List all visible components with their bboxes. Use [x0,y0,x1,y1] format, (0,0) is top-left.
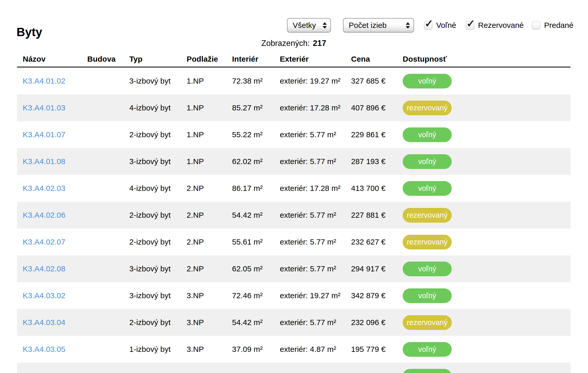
cell-typ: 2-izbový byt [129,211,187,220]
checkbox-predane[interactable]: ✓ [532,21,540,29]
cell-cena: 287 193 € [351,157,403,166]
filter-select-rooms[interactable]: Počet izieb [343,18,414,33]
cell-interier: 54.42 m² [232,211,280,220]
apartment-link[interactable]: K3.A4.01.02 [23,77,65,85]
cell-interier: 62.05 m² [232,264,280,273]
cell-podlazie: 1.NP [187,103,232,112]
status-badge: voľný [403,74,452,88]
apartment-link[interactable]: K3.A4.01.07 [23,130,65,139]
cell-interier: 72.46 m² [232,291,280,300]
cell-exterier: exteriér: 5.77 m² [280,238,351,246]
apartment-link[interactable]: K3.A4.02.08 [23,264,65,273]
column-header-budova: Budova [87,55,129,63]
table-row: K3.A4.02.03 4-izbový byt 2.NP 86.17 m² e… [17,175,570,202]
checkbox-rezervovane-label: Rezervované [478,21,524,30]
status-badge: voľný [403,181,452,196]
cell-interier: 62.02 m² [232,157,280,166]
cell-interier: 55.61 m² [232,238,280,246]
checkbox-volne[interactable]: ✓ [424,21,432,29]
cell-podlazie: 1.NP [187,77,232,85]
checkbox-volne-label: Voľné [436,21,456,30]
cell-typ: 4-izbový byt [129,184,187,193]
select-updown-arrows-icon [406,22,410,29]
column-header-exterier: Exteriér [280,55,351,63]
cell-cena: 342 879 € [351,291,403,300]
apartment-link[interactable]: K3.A4.02.06 [23,211,65,219]
cell-exterier: exteriér: 5.77 m² [280,264,351,273]
table-row: K3.A4.02.08 3-izbový byt 2.NP 62.05 m² e… [17,255,570,282]
checkmark-icon: ✓ [425,18,433,29]
cell-podlazie: 3.NP [187,318,232,327]
status-badge: voľný [403,342,452,357]
status-badge: rezervovaný [403,101,452,115]
cell-typ: 2-izbový byt [129,130,187,139]
cell-cena: 195 779 € [351,345,403,354]
select-updown-arrows-icon [323,22,327,29]
cell-exterier: exteriér: 5.77 m² [280,157,351,166]
checkbox-group-rezervovane: ✓ Rezervované [466,18,524,33]
results-count-value: 217 [313,39,326,48]
column-header-cena: Cena [351,55,403,63]
cell-exterier: exteriér: 5.77 m² [280,130,351,139]
results-count: Zobrazených:217 [17,39,570,48]
checkmark-icon: ✓ [466,18,475,29]
cell-podlazie: 1.NP [187,157,232,166]
apartment-link[interactable]: K3.A4.01.03 [23,103,65,112]
status-badge: voľný [403,262,452,276]
checkbox-group-volne: ✓ Voľné [424,18,456,33]
apartment-link[interactable]: K3.A4.03.04 [23,318,65,327]
apartment-link[interactable]: K3.A4.02.07 [23,238,65,246]
cell-podlazie: 2.NP [187,238,232,246]
cell-typ: 3-izbový byt [129,157,187,166]
cell-typ: 4-izbový byt [129,103,187,112]
cell-cena: 294 917 € [351,264,403,273]
cell-typ: 3-izbový byt [129,264,187,273]
table-row: K3.A4.02.06 2-izbový byt 2.NP 54.42 m² e… [17,202,570,229]
cell-interier: 55.22 m² [232,130,280,139]
cell-exterier: exteriér: 5.77 m² [280,211,351,220]
cell-typ: 3-izbový byt [129,291,187,300]
cell-exterier: exteriér: 17.28 m² [280,184,351,193]
apartment-link[interactable]: K3.A4.02.03 [23,184,65,192]
cell-interier: 37.09 m² [232,345,280,354]
cell-typ: 3-izbový byt [129,77,187,85]
cell-podlazie: 2.NP [187,264,232,273]
checkbox-predane-label: Predané [544,21,573,30]
table-row: K3.A4.01.02 3-izbový byt 1.NP 72.38 m² e… [17,68,570,94]
table-row: K3.A4.03.04 2-izbový byt 3.NP 54.42 m² e… [17,309,570,336]
cell-interier: 85.27 m² [232,103,280,112]
table-row: K3.A4.01.07 2-izbový byt 1.NP 55.22 m² e… [17,121,570,148]
apartment-link[interactable]: K3.A4.03.02 [23,291,65,300]
apartments-table: Názov Budova Typ Podlažie Interiér Exter… [17,51,570,373]
filter-select-all[interactable]: Všetky [287,18,331,33]
checkbox-rezervovane[interactable]: ✓ [466,21,474,29]
table-row: K3.A4.03.02 3-izbový byt 3.NP 72.46 m² e… [17,282,570,309]
cell-cena: 407 896 € [351,103,403,112]
results-count-label: Zobrazených: [261,39,310,48]
cell-exterier: exteriér: 5.77 m² [280,318,351,327]
cell-interier: 72.38 m² [232,77,280,85]
status-badge: voľný [403,369,452,373]
checkbox-group-predane: ✓ Predané [532,18,573,33]
table-body: K3.A4.01.02 3-izbový byt 1.NP 72.38 m² e… [17,68,570,373]
cell-cena: 232 096 € [351,318,403,327]
cell-podlazie: 1.NP [187,130,232,139]
cell-cena: 232 627 € [351,238,403,246]
cell-typ: 1-izbový byt [129,345,187,354]
apartment-link[interactable]: K3.A4.03.05 [23,345,65,353]
status-badge: voľný [403,127,452,142]
table-row: K3.A4.02.07 2-izbový byt 2.NP 55.61 m² e… [17,229,570,255]
cell-typ: 2-izbový byt [129,318,187,327]
apartment-link[interactable]: K3.A4.03.06 [23,372,65,373]
cell-cena: 229 861 € [351,130,403,139]
cell-cena: 327 685 € [351,77,403,85]
cell-exterier: exteriér: 17.28 m² [280,103,351,112]
status-badge: voľný [403,288,452,303]
table-row: K3.A4.01.08 3-izbový byt 1.NP 62.02 m² e… [17,148,570,175]
status-badge: rezervovaný [403,208,452,223]
filter-select-all-value: Všetky [293,21,316,30]
table-row: K3.A4.03.05 1-izbový byt 3.NP 37.09 m² e… [17,336,570,363]
apartment-link[interactable]: K3.A4.01.08 [23,157,65,166]
table-header-row: Názov Budova Typ Podlažie Interiér Exter… [17,51,570,68]
cell-podlazie: 3.NP [187,291,232,300]
